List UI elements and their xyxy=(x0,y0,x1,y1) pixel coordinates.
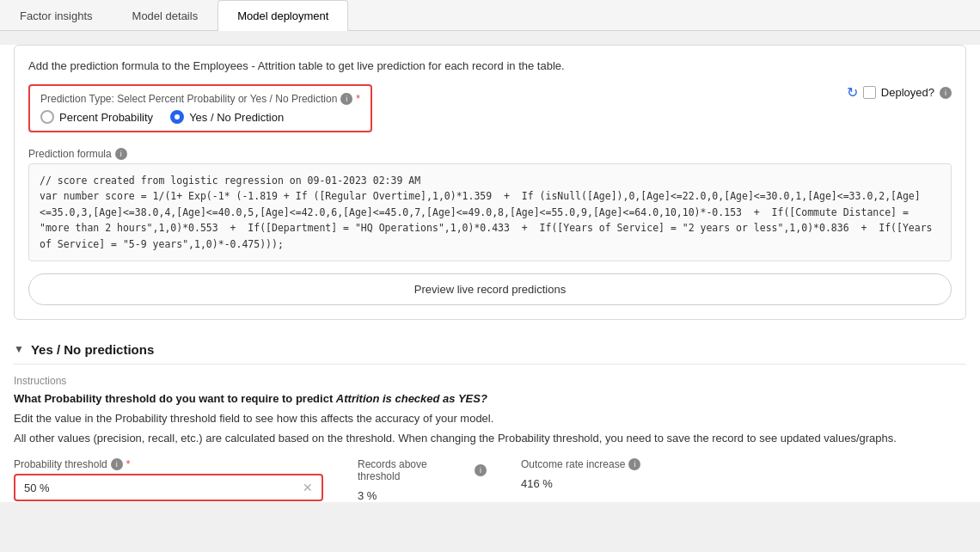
section-header: ▼ Yes / No predictions xyxy=(14,334,966,364)
threshold-input[interactable] xyxy=(24,481,303,494)
radio-yes-no-prediction[interactable]: Yes / No Prediction xyxy=(170,110,284,124)
radio-circle-yesno xyxy=(170,110,184,124)
records-above-field: Records above threshold i 3 % xyxy=(358,458,487,502)
question-text: What Probability threshold do you want t… xyxy=(14,392,966,405)
divider xyxy=(14,364,966,365)
threshold-field: Probability threshold i * ✕ xyxy=(14,458,323,501)
top-controls: Prediction Type: Select Percent Probabil… xyxy=(28,84,952,141)
clear-icon[interactable]: ✕ xyxy=(303,481,313,494)
required-star: * xyxy=(356,93,360,105)
prediction-type-box: Prediction Type: Select Percent Probabil… xyxy=(28,84,372,132)
threshold-required-star: * xyxy=(126,458,131,470)
instructions-label: Instructions xyxy=(14,375,966,387)
deployment-card: Add the prediction formula to the Employ… xyxy=(14,45,966,320)
preview-btn[interactable]: Preview live record predictions xyxy=(28,273,952,305)
tabs-bar: Factor insights Model details Model depl… xyxy=(0,0,980,31)
deployed-info-icon[interactable]: i xyxy=(940,87,952,99)
refresh-icon[interactable]: ↻ xyxy=(847,84,858,101)
deployed-label: Deployed? xyxy=(881,86,934,99)
tab-model-details[interactable]: Model details xyxy=(113,0,218,31)
threshold-input-box: ✕ xyxy=(14,474,323,501)
radio-circle-percent xyxy=(40,110,54,124)
threshold-info-icon[interactable]: i xyxy=(111,458,123,470)
outcome-rate-field: Outcome rate increase i 416 % xyxy=(521,458,650,490)
radio-group: Percent Probability Yes / No Prediction xyxy=(40,110,360,124)
formula-info-icon[interactable]: i xyxy=(115,148,127,160)
records-above-label: Records above threshold i xyxy=(358,458,487,482)
formula-box: // score created from logistic regressio… xyxy=(28,163,952,261)
records-above-value: 3 % xyxy=(358,486,487,502)
radio-percent-probability[interactable]: Percent Probability xyxy=(40,110,153,124)
tab-model-deployment[interactable]: Model deployment xyxy=(217,0,348,31)
question-italic: Attrition is checked as YES? xyxy=(336,392,487,405)
main-content: Add the prediction formula to the Employ… xyxy=(0,45,980,502)
chevron-icon[interactable]: ▼ xyxy=(14,343,24,355)
hint-note: All other values (precision, recall, etc… xyxy=(14,430,966,447)
records-info-icon[interactable]: i xyxy=(475,464,487,476)
yesno-section: ▼ Yes / No predictions Instructions What… xyxy=(14,334,966,503)
deployed-checkbox[interactable] xyxy=(863,86,876,99)
outcome-rate-info-icon[interactable]: i xyxy=(628,458,640,470)
outcome-rate-label: Outcome rate increase i xyxy=(521,458,650,470)
outcome-rate-value: 416 % xyxy=(521,474,650,490)
card-description: Add the prediction formula to the Employ… xyxy=(28,59,952,72)
threshold-field-label: Probability threshold i * xyxy=(14,458,323,470)
tab-factor-insights[interactable]: Factor insights xyxy=(0,0,113,31)
deployed-row: ↻ Deployed? i xyxy=(847,84,952,101)
prediction-type-label: Prediction Type: Select Percent Probabil… xyxy=(40,93,360,105)
edit-hint: Edit the value in the Probability thresh… xyxy=(14,412,966,425)
prediction-type-info-icon[interactable]: i xyxy=(340,93,352,105)
threshold-row: Probability threshold i * ✕ Records abov… xyxy=(14,458,966,502)
formula-label: Prediction formula i xyxy=(28,148,952,160)
